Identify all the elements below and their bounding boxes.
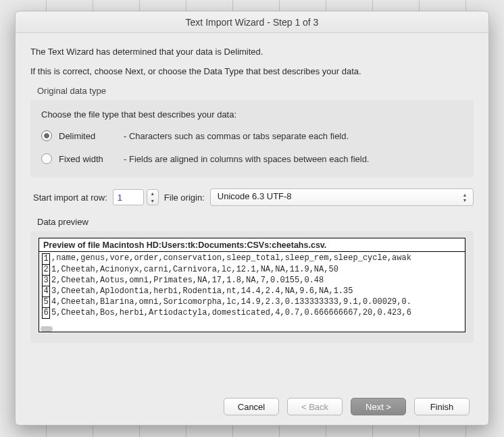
radio-delimited-label: Delimited xyxy=(59,131,124,141)
file-origin-select-wrap[interactable]: Unicode 6.3 UTF-8 ▲▼ xyxy=(210,188,474,206)
button-row: Cancel < Back Next > Finish xyxy=(30,398,474,415)
radio-fixed-width-desc: - Fields are aligned in columns with spa… xyxy=(124,154,369,164)
preview-file-path: Preview of file Macintosh HD:Users:tk:Do… xyxy=(39,238,465,252)
radio-row-delimited[interactable]: Delimited - Characters such as commas or… xyxy=(41,130,463,141)
radio-fixed-width-label: Fixed width xyxy=(59,154,124,164)
cancel-button[interactable]: Cancel xyxy=(224,398,279,415)
back-button[interactable]: < Back xyxy=(287,398,343,415)
line-number: 1 xyxy=(42,253,50,265)
line-number: 6 xyxy=(42,307,50,319)
preview-line: 54,Cheetah,Blarina,omni,Soricomorpha,lc,… xyxy=(42,297,462,308)
start-import-label: Start import at row: xyxy=(33,192,107,203)
data-preview-panel: Preview of file Macintosh HD:Users:tk:Do… xyxy=(39,238,465,332)
radio-row-fixed-width[interactable]: Fixed width - Fields are aligned in colu… xyxy=(41,153,463,164)
horizontal-scroll-thumb[interactable] xyxy=(41,326,53,332)
line-number: 4 xyxy=(42,286,50,297)
dialog-content: The Text Wizard has determined that your… xyxy=(16,33,488,425)
preview-line: 21,Cheetah,Acinonyx,carni,Carnivora,lc,1… xyxy=(42,265,462,276)
chevron-up-icon: ▲ xyxy=(150,191,155,196)
line-text: 2,Cheetah,Aotus,omni,Primates,NA,17,1.8,… xyxy=(51,276,324,286)
start-row-input[interactable] xyxy=(113,189,144,205)
line-number: 2 xyxy=(42,264,50,276)
file-origin-label: File origin: xyxy=(164,192,205,203)
start-row-stepper[interactable]: ▲ ▼ xyxy=(147,189,159,205)
line-text: 1,Cheetah,Acinonyx,carni,Carnivora,lc,12… xyxy=(51,265,338,276)
line-number: 3 xyxy=(42,275,50,286)
start-import-row: Start import at row: ▲ ▼ File origin: Un… xyxy=(30,188,474,206)
intro-text-1: The Text Wizard has determined that your… xyxy=(30,47,474,57)
line-text: ,name,genus,vore,order,conservation,slee… xyxy=(51,253,411,265)
dialog-title: Text Import Wizard - Step 1 of 3 xyxy=(16,11,488,33)
preview-line: 1,name,genus,vore,order,conservation,sle… xyxy=(42,253,462,265)
line-number: 5 xyxy=(42,297,50,308)
file-type-instruction: Choose the file type that best describes… xyxy=(41,109,463,120)
radio-delimited[interactable] xyxy=(41,130,52,141)
preview-line: 43,Cheetah,Aplodontia,herbi,Rodentia,nt,… xyxy=(42,286,462,297)
original-data-type-label: Original data type xyxy=(37,86,474,96)
preview-line: 32,Cheetah,Aotus,omni,Primates,NA,17,1.8… xyxy=(42,276,462,286)
file-origin-select[interactable]: Unicode 6.3 UTF-8 xyxy=(210,188,474,206)
preview-line: 65,Cheetah,Bos,herbi,Artiodactyla,domest… xyxy=(42,308,462,319)
start-row-input-wrap: ▲ ▼ xyxy=(113,189,159,205)
radio-delimited-desc: - Characters such as commas or tabs sepa… xyxy=(124,131,349,141)
preview-body[interactable]: 1,name,genus,vore,order,conservation,sle… xyxy=(39,252,465,332)
line-text: 3,Cheetah,Aplodontia,herbi,Rodentia,nt,1… xyxy=(51,286,353,297)
intro-text-2: If this is correct, choose Next, or choo… xyxy=(30,66,474,76)
original-data-type-group: Choose the file type that best describes… xyxy=(30,100,474,178)
next-button[interactable]: Next > xyxy=(351,398,406,415)
text-import-wizard-dialog: Text Import Wizard - Step 1 of 3 The Tex… xyxy=(15,11,489,426)
data-preview-label: Data preview xyxy=(37,217,474,227)
data-preview-group: Preview of file Macintosh HD:Users:tk:Do… xyxy=(30,231,474,343)
radio-fixed-width[interactable] xyxy=(41,153,52,164)
line-text: 4,Cheetah,Blarina,omni,Soricomorpha,lc,1… xyxy=(51,297,411,308)
finish-button[interactable]: Finish xyxy=(414,398,470,415)
chevron-down-icon: ▼ xyxy=(150,199,155,203)
line-text: 5,Cheetah,Bos,herbi,Artiodactyla,domesti… xyxy=(51,308,411,319)
